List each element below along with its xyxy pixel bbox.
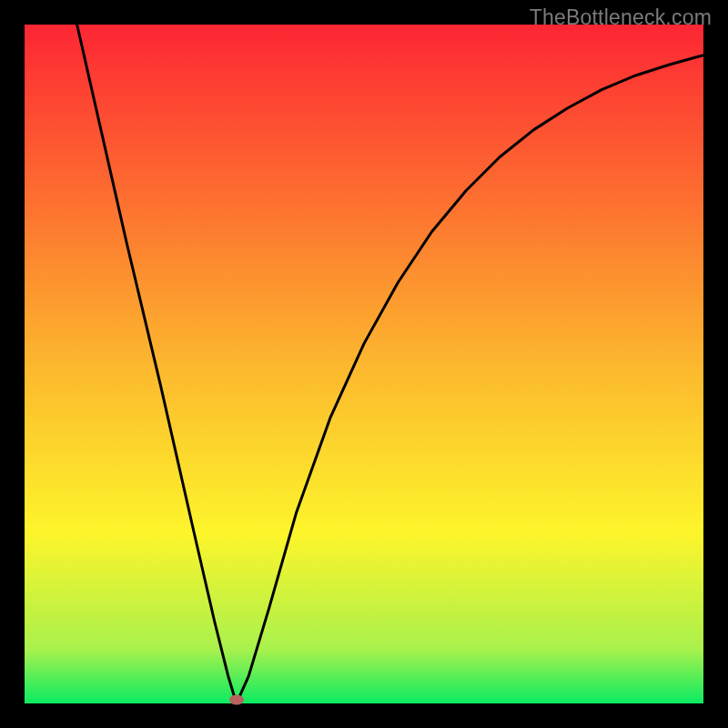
bottleneck-curve (25, 25, 703, 703)
minimum-point-marker (229, 695, 244, 705)
chart-area (25, 25, 703, 703)
